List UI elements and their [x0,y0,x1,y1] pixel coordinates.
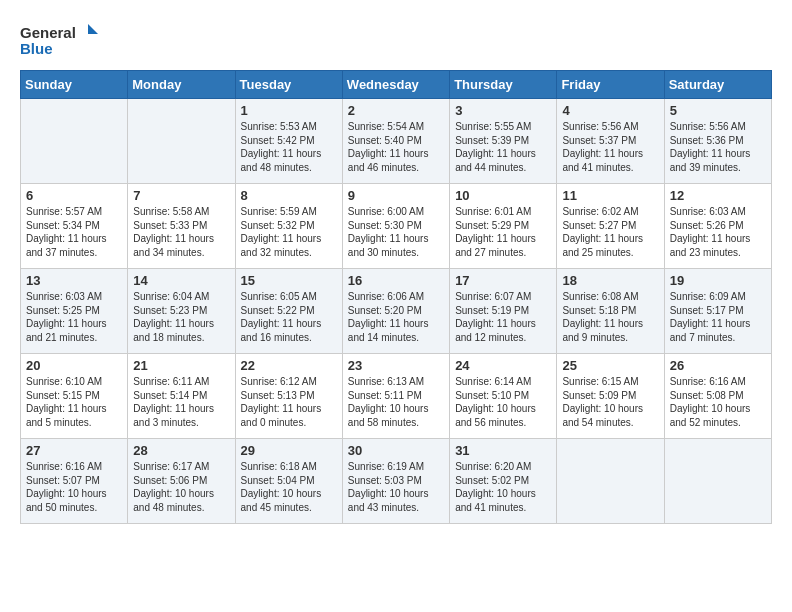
day-cell: 20Sunrise: 6:10 AMSunset: 5:15 PMDayligh… [21,354,128,439]
day-cell: 16Sunrise: 6:06 AMSunset: 5:20 PMDayligh… [342,269,449,354]
day-cell: 18Sunrise: 6:08 AMSunset: 5:18 PMDayligh… [557,269,664,354]
day-info: Sunrise: 6:19 AMSunset: 5:03 PMDaylight:… [348,460,444,514]
day-number: 13 [26,273,122,288]
day-info: Sunrise: 6:16 AMSunset: 5:07 PMDaylight:… [26,460,122,514]
day-number: 29 [241,443,337,458]
day-number: 6 [26,188,122,203]
day-info: Sunrise: 6:07 AMSunset: 5:19 PMDaylight:… [455,290,551,344]
day-cell [557,439,664,524]
logo-svg: GeneralBlue [20,20,100,60]
day-number: 28 [133,443,229,458]
day-info: Sunrise: 6:00 AMSunset: 5:30 PMDaylight:… [348,205,444,259]
day-number: 1 [241,103,337,118]
weekday-header-saturday: Saturday [664,71,771,99]
day-number: 23 [348,358,444,373]
day-info: Sunrise: 6:14 AMSunset: 5:10 PMDaylight:… [455,375,551,429]
day-info: Sunrise: 6:16 AMSunset: 5:08 PMDaylight:… [670,375,766,429]
day-number: 19 [670,273,766,288]
day-cell: 12Sunrise: 6:03 AMSunset: 5:26 PMDayligh… [664,184,771,269]
day-cell [21,99,128,184]
day-cell: 25Sunrise: 6:15 AMSunset: 5:09 PMDayligh… [557,354,664,439]
day-cell: 26Sunrise: 6:16 AMSunset: 5:08 PMDayligh… [664,354,771,439]
day-cell: 8Sunrise: 5:59 AMSunset: 5:32 PMDaylight… [235,184,342,269]
svg-marker-1 [88,24,98,34]
weekday-header-thursday: Thursday [450,71,557,99]
day-number: 10 [455,188,551,203]
day-info: Sunrise: 6:09 AMSunset: 5:17 PMDaylight:… [670,290,766,344]
week-row-3: 13Sunrise: 6:03 AMSunset: 5:25 PMDayligh… [21,269,772,354]
day-info: Sunrise: 6:08 AMSunset: 5:18 PMDaylight:… [562,290,658,344]
day-cell: 2Sunrise: 5:54 AMSunset: 5:40 PMDaylight… [342,99,449,184]
calendar-table: SundayMondayTuesdayWednesdayThursdayFrid… [20,70,772,524]
weekday-header-wednesday: Wednesday [342,71,449,99]
day-info: Sunrise: 5:56 AMSunset: 5:36 PMDaylight:… [670,120,766,174]
day-cell: 1Sunrise: 5:53 AMSunset: 5:42 PMDaylight… [235,99,342,184]
svg-text:Blue: Blue [20,40,53,57]
day-info: Sunrise: 6:13 AMSunset: 5:11 PMDaylight:… [348,375,444,429]
day-info: Sunrise: 5:59 AMSunset: 5:32 PMDaylight:… [241,205,337,259]
day-info: Sunrise: 5:54 AMSunset: 5:40 PMDaylight:… [348,120,444,174]
logo: GeneralBlue [20,20,100,60]
day-cell: 10Sunrise: 6:01 AMSunset: 5:29 PMDayligh… [450,184,557,269]
day-cell [128,99,235,184]
day-number: 7 [133,188,229,203]
day-number: 22 [241,358,337,373]
day-info: Sunrise: 6:05 AMSunset: 5:22 PMDaylight:… [241,290,337,344]
day-info: Sunrise: 5:53 AMSunset: 5:42 PMDaylight:… [241,120,337,174]
day-info: Sunrise: 5:58 AMSunset: 5:33 PMDaylight:… [133,205,229,259]
day-cell: 23Sunrise: 6:13 AMSunset: 5:11 PMDayligh… [342,354,449,439]
day-info: Sunrise: 6:12 AMSunset: 5:13 PMDaylight:… [241,375,337,429]
day-cell: 19Sunrise: 6:09 AMSunset: 5:17 PMDayligh… [664,269,771,354]
day-number: 25 [562,358,658,373]
day-number: 27 [26,443,122,458]
day-number: 5 [670,103,766,118]
day-info: Sunrise: 6:10 AMSunset: 5:15 PMDaylight:… [26,375,122,429]
day-info: Sunrise: 6:02 AMSunset: 5:27 PMDaylight:… [562,205,658,259]
day-cell: 4Sunrise: 5:56 AMSunset: 5:37 PMDaylight… [557,99,664,184]
day-number: 21 [133,358,229,373]
day-number: 14 [133,273,229,288]
day-number: 17 [455,273,551,288]
day-info: Sunrise: 6:04 AMSunset: 5:23 PMDaylight:… [133,290,229,344]
day-number: 8 [241,188,337,203]
day-info: Sunrise: 6:15 AMSunset: 5:09 PMDaylight:… [562,375,658,429]
day-cell: 29Sunrise: 6:18 AMSunset: 5:04 PMDayligh… [235,439,342,524]
day-cell: 24Sunrise: 6:14 AMSunset: 5:10 PMDayligh… [450,354,557,439]
day-info: Sunrise: 6:01 AMSunset: 5:29 PMDaylight:… [455,205,551,259]
day-cell: 31Sunrise: 6:20 AMSunset: 5:02 PMDayligh… [450,439,557,524]
day-info: Sunrise: 6:17 AMSunset: 5:06 PMDaylight:… [133,460,229,514]
day-number: 24 [455,358,551,373]
day-number: 18 [562,273,658,288]
day-cell: 22Sunrise: 6:12 AMSunset: 5:13 PMDayligh… [235,354,342,439]
day-cell: 5Sunrise: 5:56 AMSunset: 5:36 PMDaylight… [664,99,771,184]
day-info: Sunrise: 6:18 AMSunset: 5:04 PMDaylight:… [241,460,337,514]
day-info: Sunrise: 6:03 AMSunset: 5:26 PMDaylight:… [670,205,766,259]
day-number: 11 [562,188,658,203]
header: GeneralBlue [20,20,772,60]
day-number: 16 [348,273,444,288]
day-cell: 17Sunrise: 6:07 AMSunset: 5:19 PMDayligh… [450,269,557,354]
day-info: Sunrise: 6:20 AMSunset: 5:02 PMDaylight:… [455,460,551,514]
day-info: Sunrise: 5:55 AMSunset: 5:39 PMDaylight:… [455,120,551,174]
day-cell: 30Sunrise: 6:19 AMSunset: 5:03 PMDayligh… [342,439,449,524]
day-info: Sunrise: 6:03 AMSunset: 5:25 PMDaylight:… [26,290,122,344]
day-cell: 6Sunrise: 5:57 AMSunset: 5:34 PMDaylight… [21,184,128,269]
weekday-header-row: SundayMondayTuesdayWednesdayThursdayFrid… [21,71,772,99]
svg-text:General: General [20,24,76,41]
day-number: 2 [348,103,444,118]
day-info: Sunrise: 5:57 AMSunset: 5:34 PMDaylight:… [26,205,122,259]
weekday-header-monday: Monday [128,71,235,99]
day-cell: 7Sunrise: 5:58 AMSunset: 5:33 PMDaylight… [128,184,235,269]
day-number: 12 [670,188,766,203]
week-row-5: 27Sunrise: 6:16 AMSunset: 5:07 PMDayligh… [21,439,772,524]
day-cell: 13Sunrise: 6:03 AMSunset: 5:25 PMDayligh… [21,269,128,354]
day-number: 9 [348,188,444,203]
day-number: 31 [455,443,551,458]
week-row-1: 1Sunrise: 5:53 AMSunset: 5:42 PMDaylight… [21,99,772,184]
day-cell: 14Sunrise: 6:04 AMSunset: 5:23 PMDayligh… [128,269,235,354]
day-cell [664,439,771,524]
day-number: 4 [562,103,658,118]
day-cell: 15Sunrise: 6:05 AMSunset: 5:22 PMDayligh… [235,269,342,354]
weekday-header-friday: Friday [557,71,664,99]
day-info: Sunrise: 6:11 AMSunset: 5:14 PMDaylight:… [133,375,229,429]
